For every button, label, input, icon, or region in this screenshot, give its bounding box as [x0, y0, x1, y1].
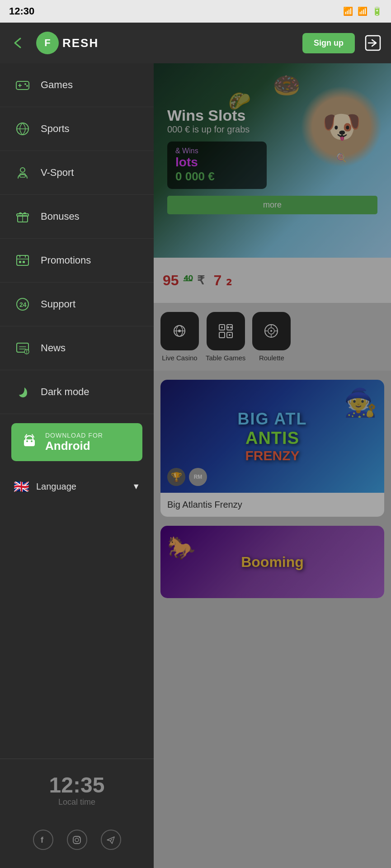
svg-point-33 [26, 440, 28, 442]
status-bar: 12:30 📶 📶 🔋 [0, 0, 391, 23]
instagram-icon[interactable] [67, 830, 87, 850]
language-selector[interactable]: 🇬🇧 Language ▼ [0, 470, 154, 503]
bonuses-label: Bonuses [41, 211, 80, 222]
svg-point-34 [31, 440, 33, 442]
category-live-casino[interactable]: Live Casino [160, 312, 199, 362]
sports-icon [14, 120, 32, 138]
pug-decoration: 🐶 🍭 [301, 86, 382, 167]
food-decoration: 🍩 [273, 72, 301, 99]
darkmode-label: Dark mode [41, 386, 90, 398]
battery-icon: 🔋 [372, 6, 382, 16]
wifi-icon: 📶 [343, 6, 353, 16]
facebook-icon[interactable]: f [33, 830, 53, 850]
social-icons: f [0, 821, 154, 859]
language-flag: 🇬🇧 [14, 479, 29, 494]
signup-button[interactable]: Sign up [302, 33, 355, 53]
category-row: Live Casino Table Games [154, 303, 391, 371]
svg-point-50 [227, 326, 229, 328]
table-games-label: Table Games [206, 354, 245, 362]
game-card-booming[interactable]: Booming 🐎 [160, 526, 384, 598]
hero-inner-box: & Wins lots 0 000 € [167, 142, 267, 189]
category-table-games[interactable]: Table Games [206, 312, 245, 362]
android-icon [20, 431, 38, 453]
main-content: Wins Slots 000 € is up for grabs & Wins … [154, 63, 391, 868]
rupee-symbol: ₹ [197, 274, 205, 288]
android-download-button[interactable]: DOWNLOAD FOR Android [11, 423, 142, 461]
signal-icon: 📶 [358, 6, 367, 16]
svg-text:f: f [41, 835, 44, 844]
header: F RESH Sign up [0, 23, 391, 63]
logo-text: RESH [62, 36, 99, 50]
svg-text:24: 24 [19, 301, 27, 308]
sidebar-item-games[interactable]: Games [0, 63, 154, 107]
sidebar-item-sports[interactable]: Sports [0, 107, 154, 151]
svg-point-27 [26, 353, 27, 354]
chevron-down-icon: ▼ [132, 482, 140, 491]
category-roulette[interactable]: Roulette [252, 312, 291, 362]
hero-slots-text: lots [175, 155, 259, 170]
login-button[interactable] [362, 32, 384, 54]
svg-point-43 [178, 330, 181, 332]
support-icon: 24 [14, 295, 32, 313]
hero-banner: Wins Slots 000 € is up for grabs & Wins … [154, 63, 391, 258]
number-95: 95 [163, 272, 179, 289]
sidebar-item-promotions[interactable]: Promotions [0, 239, 154, 283]
live-casino-label: Live Casino [162, 354, 197, 362]
roulette-icon-box [252, 312, 291, 350]
svg-point-51 [230, 326, 232, 328]
strikethrough-40: ⁴⁰ [184, 274, 193, 288]
svg-line-39 [110, 839, 112, 841]
svg-point-38 [79, 837, 80, 838]
svg-rect-19 [23, 261, 25, 263]
svg-point-54 [270, 330, 272, 332]
rm-badge: RM [189, 468, 207, 486]
back-button[interactable] [7, 32, 29, 54]
sports-label: Sports [41, 123, 70, 135]
language-label: Language [36, 481, 125, 492]
status-icons: 📶 📶 🔋 [343, 6, 382, 16]
games-label: Games [41, 79, 73, 91]
hero-more-button[interactable]: more [167, 196, 377, 214]
android-large-text: Android [45, 439, 103, 453]
svg-rect-30 [24, 439, 35, 446]
sidebar-item-news[interactable]: News [0, 326, 154, 370]
roulette-label: Roulette [259, 354, 284, 362]
number-7: 7 [214, 272, 222, 289]
live-casino-icon-box [160, 312, 199, 350]
hero-amount: 0 000 € [175, 170, 259, 184]
local-time: 12:35 [49, 773, 105, 797]
game-badges-atlantis: 🏆 RM [167, 468, 207, 486]
game-thumbnail-booming: Booming 🐎 [160, 526, 384, 598]
promotions-label: Promotions [41, 255, 91, 266]
local-time-label: Local time [58, 797, 95, 807]
sidebar-item-support[interactable]: 24 Support [0, 283, 154, 326]
sidebar-item-bonuses[interactable]: Bonuses [0, 195, 154, 239]
svg-point-6 [26, 85, 28, 87]
main-layout: Games Sports V-Sport [0, 63, 391, 868]
vsport-label: V-Sport [41, 167, 74, 179]
bonuses-icon [14, 208, 32, 226]
clock-section: 12:35 Local time [0, 759, 154, 821]
svg-point-37 [75, 838, 79, 842]
svg-rect-14 [17, 255, 28, 265]
svg-rect-18 [19, 261, 21, 263]
status-time: 12:30 [9, 5, 34, 17]
android-small-text: DOWNLOAD FOR [45, 432, 103, 439]
android-text: DOWNLOAD FOR Android [45, 432, 103, 453]
food-decoration-2: 🌮 [228, 90, 251, 112]
numbers-section: 95 ⁴⁰ ₹ 7 ₂ [154, 258, 391, 303]
sidebar-item-darkmode[interactable]: Dark mode [0, 370, 154, 414]
vsport-icon [14, 164, 32, 182]
game-thumbnail-atlantis: BIG ATL ANTIS FRENZY 🧙 🏆 RM [160, 380, 384, 493]
games-icon [14, 76, 32, 94]
promotions-icon [14, 251, 32, 269]
hero-inner-title: & Wins [175, 147, 259, 155]
news-icon [14, 339, 32, 357]
svg-point-9 [20, 168, 25, 172]
telegram-icon[interactable] [101, 830, 121, 850]
logo-icon: F [36, 32, 59, 54]
sidebar-item-vsport[interactable]: V-Sport [0, 151, 154, 195]
game-card-big-atlantis[interactable]: BIG ATL ANTIS FRENZY 🧙 🏆 RM Big Atlantis… [160, 380, 384, 517]
svg-point-48 [221, 326, 223, 328]
news-label: News [41, 342, 66, 354]
